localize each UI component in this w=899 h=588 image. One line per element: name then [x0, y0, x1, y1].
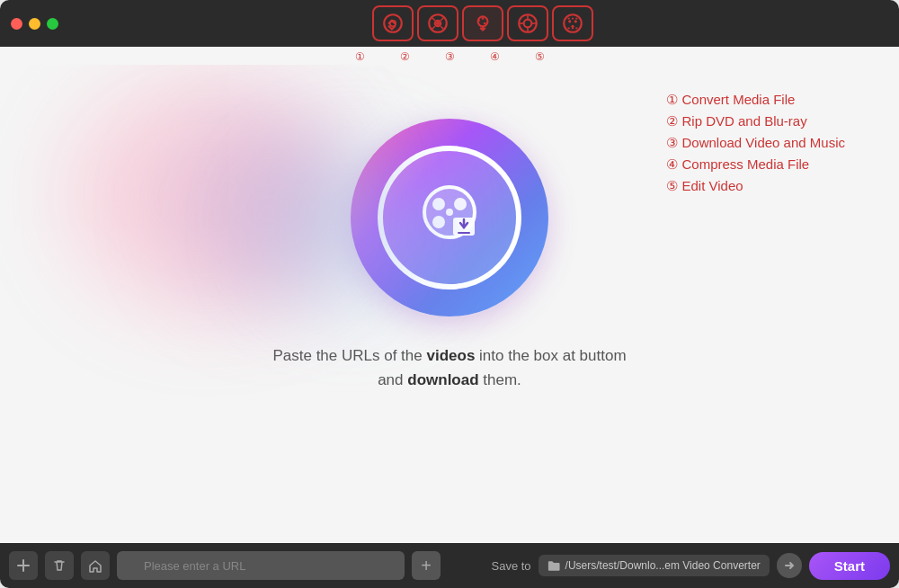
url-input-wrap — [117, 551, 405, 580]
svg-point-4 — [436, 22, 438, 24]
toolbar-edit-button[interactable] — [552, 5, 593, 41]
home-button[interactable] — [81, 551, 110, 580]
svg-point-16 — [432, 198, 445, 210]
feature-number-1: ① — [666, 92, 681, 107]
toolbar-number-2: ② — [384, 50, 425, 63]
app-window: ① ② ③ ④ ⑤ ① Convert Media File ② Rip DVD… — [0, 0, 899, 588]
svg-point-6 — [477, 19, 480, 22]
bg-decoration-3 — [270, 155, 432, 298]
svg-point-10 — [523, 20, 531, 28]
bold-videos: videos — [426, 347, 475, 364]
toolbar-download-button[interactable] — [462, 5, 503, 41]
toolbar-compress-button[interactable] — [507, 5, 548, 41]
svg-point-11 — [564, 14, 582, 32]
save-path[interactable]: /Users/test/Downlo...em Video Converter — [539, 555, 770, 576]
save-to-label: Save to — [492, 559, 531, 573]
feature-number-5: ⑤ — [666, 178, 681, 193]
add-url-button[interactable] — [9, 551, 38, 580]
feature-number-4: ④ — [666, 156, 681, 172]
svg-point-20 — [446, 209, 453, 216]
bottom-bar: + Save to /Users/test/Downlo...em Video … — [0, 543, 899, 588]
toolbar-number-3: ③ — [429, 50, 470, 63]
instructions-text: Paste the URLs of the videos into the bo… — [272, 343, 626, 392]
delete-button[interactable] — [45, 551, 74, 580]
feature-item-1: ① Convert Media File — [666, 92, 845, 108]
toolbar-number-5: ⑤ — [519, 50, 560, 63]
svg-point-7 — [481, 17, 484, 20]
features-list: ① Convert Media File ② Rip DVD and Blu-r… — [666, 92, 845, 194]
toolbar-number-1: ① — [339, 50, 380, 63]
feature-item-4: ④ Compress Media File — [666, 156, 845, 173]
feature-number-2: ② — [666, 113, 681, 129]
save-path-arrow-button[interactable] — [777, 553, 802, 578]
start-button[interactable]: Start — [809, 552, 890, 580]
folder-icon — [547, 559, 560, 572]
toolbar-numbers: ① ② ③ ④ ⑤ — [0, 47, 899, 65]
url-input[interactable] — [117, 551, 405, 580]
toolbar-number-4: ④ — [474, 50, 515, 63]
toolbar-rip-button[interactable] — [417, 5, 458, 41]
save-path-text: /Users/test/Downlo...em Video Converter — [565, 559, 761, 572]
svg-point-8 — [483, 22, 485, 25]
toolbar — [372, 5, 593, 41]
toolbar-convert-button[interactable] — [372, 5, 414, 41]
svg-point-13 — [574, 20, 576, 22]
close-button[interactable] — [11, 18, 22, 30]
feature-number-3: ③ — [666, 135, 681, 150]
home-icon — [88, 558, 102, 573]
url-add-button[interactable]: + — [412, 551, 441, 580]
save-to-section: Save to /Users/test/Downlo...em Video Co… — [492, 553, 802, 578]
trash-icon — [52, 558, 67, 573]
bold-download: download — [407, 371, 478, 388]
svg-point-14 — [571, 25, 574, 28]
svg-point-18 — [432, 216, 445, 228]
svg-point-17 — [454, 198, 467, 210]
feature-item-5: ⑤ Edit Video — [666, 178, 845, 194]
feature-item-3: ③ Download Video and Music — [666, 135, 845, 151]
minimize-button[interactable] — [29, 18, 40, 30]
maximize-button[interactable] — [47, 18, 58, 30]
feature-item-2: ② Rip DVD and Blu-ray — [666, 113, 845, 129]
traffic-lights — [11, 18, 58, 30]
arrow-right-icon — [783, 559, 796, 572]
title-bar — [0, 0, 899, 47]
plus-icon — [16, 558, 31, 573]
main-content: ① Convert Media File ② Rip DVD and Blu-r… — [0, 65, 899, 543]
svg-point-12 — [568, 20, 571, 22]
